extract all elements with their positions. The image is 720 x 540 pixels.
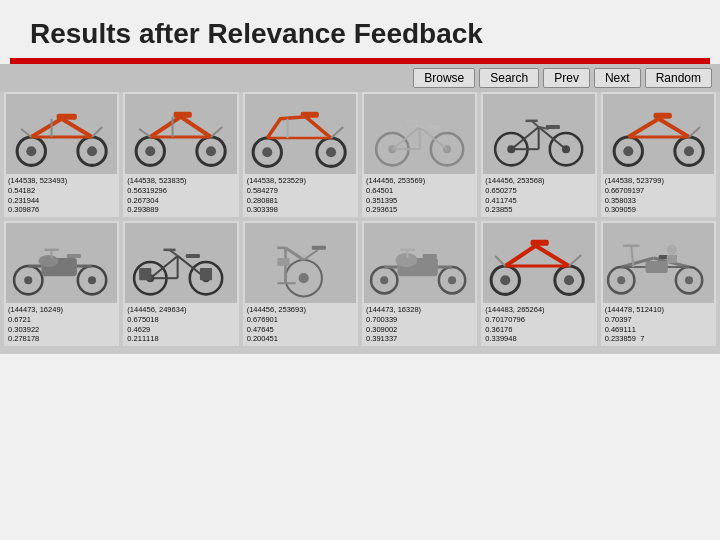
svg-rect-83	[200, 268, 212, 280]
result-info-2-5: (144483, 265264) 0.70170796 0.36176 0.33…	[483, 303, 594, 344]
search-button[interactable]: Search	[479, 68, 539, 88]
svg-point-56	[623, 146, 633, 156]
result-cell-2-4[interactable]: (144473, 16328) 0.700339 0.309002 0.3913…	[362, 221, 477, 346]
result-image-1-6	[603, 94, 714, 174]
svg-rect-28	[300, 112, 318, 118]
result-image-1-4	[364, 94, 475, 174]
result-info-2-1: (144473, 16249) 0.6721 0.303922 0.278178	[6, 303, 117, 344]
svg-line-5	[62, 119, 92, 137]
next-button[interactable]: Next	[594, 68, 641, 88]
result-info-1-5: (144456, 253568) 0.650275 0.411745 0.238…	[483, 174, 594, 215]
result-info-2-4: (144473, 16328) 0.700339 0.309002 0.3913…	[364, 303, 475, 344]
result-image-2-4	[364, 223, 475, 303]
svg-point-99	[448, 276, 456, 284]
title-area: Results after Relevance Feedback	[0, 0, 720, 58]
svg-point-24	[262, 147, 272, 157]
result-cell-2-5[interactable]: (144483, 265264) 0.70170796 0.36176 0.33…	[481, 221, 596, 346]
svg-point-110	[564, 275, 574, 285]
result-cell-1-6[interactable]: (144538, 523799) 0.66709197 0.358033 0.3…	[601, 92, 716, 217]
result-cell-2-6[interactable]: (144478, 512410) 0.70397 0.469111 0.2338…	[601, 221, 716, 346]
svg-point-13	[146, 146, 156, 156]
svg-point-98	[380, 276, 388, 284]
svg-line-62	[689, 127, 700, 137]
result-info-1-3: (144538, 523529) 0.584279 0.280881 0.303…	[245, 174, 356, 215]
svg-rect-129	[666, 255, 676, 263]
result-info-2-6: (144478, 512410) 0.70397 0.469111 0.2338…	[603, 303, 714, 344]
result-cell-2-2[interactable]: (144456, 249634) 0.675018 0.4629 0.21111…	[123, 221, 238, 346]
svg-rect-82	[139, 268, 151, 280]
svg-line-29	[331, 127, 343, 138]
result-cell-1-1[interactable]: (144538, 523493) 0.54182 0.231944 0.3098…	[4, 92, 119, 217]
svg-rect-124	[645, 261, 667, 273]
svg-rect-93	[277, 258, 289, 266]
result-image-2-1	[6, 223, 117, 303]
svg-line-59	[658, 119, 688, 137]
svg-line-116	[495, 256, 505, 266]
result-image-1-5	[483, 94, 594, 174]
svg-line-94	[303, 250, 317, 260]
result-cell-1-5[interactable]: (144456, 253568) 0.650275 0.411745 0.238…	[481, 92, 596, 217]
svg-point-119	[617, 276, 625, 284]
svg-point-88	[298, 273, 308, 283]
svg-rect-73	[67, 254, 81, 258]
svg-line-4	[31, 119, 61, 137]
svg-line-58	[628, 119, 658, 137]
random-button[interactable]: Random	[645, 68, 712, 88]
svg-point-2	[26, 146, 36, 156]
svg-rect-114	[531, 240, 549, 246]
result-image-2-2	[125, 223, 236, 303]
svg-line-10	[92, 127, 102, 137]
result-cell-2-1[interactable]: (144473, 16249) 0.6721 0.303922 0.278178	[4, 221, 119, 346]
svg-point-66	[88, 276, 96, 284]
svg-rect-41	[427, 125, 441, 129]
result-info-1-4: (144456, 253569) 0.64501 0.351395 0.2936…	[364, 174, 475, 215]
svg-rect-8	[57, 114, 77, 120]
svg-line-34	[392, 127, 419, 149]
svg-point-57	[684, 146, 694, 156]
svg-line-35	[420, 127, 447, 149]
svg-line-47	[539, 127, 566, 149]
svg-line-112	[536, 246, 569, 266]
result-image-2-5	[483, 223, 594, 303]
result-info-1-6: (144538, 523799) 0.66709197 0.358033 0.3…	[603, 174, 714, 215]
grid-row-1: (144538, 523493) 0.54182 0.231944 0.3098…	[4, 92, 716, 217]
svg-point-128	[666, 245, 676, 255]
result-image-1-1	[6, 94, 117, 174]
result-info-2-3: (144456, 253693) 0.676901 0.47645 0.2004…	[245, 303, 356, 344]
svg-line-16	[181, 117, 211, 137]
result-info-1-1: (144538, 523493) 0.54182 0.231944 0.3098…	[6, 174, 117, 215]
result-info-1-2: (144538, 523835) 0.56319296 0.267304 0.2…	[125, 174, 236, 215]
svg-point-3	[87, 146, 97, 156]
browse-button[interactable]: Browse	[413, 68, 475, 88]
result-image-1-2	[125, 94, 236, 174]
prev-button[interactable]: Prev	[543, 68, 590, 88]
svg-rect-95	[311, 246, 325, 250]
svg-line-15	[151, 117, 181, 137]
result-cell-2-3[interactable]: (144456, 253693) 0.676901 0.47645 0.2004…	[243, 221, 358, 346]
grid-row-2: (144473, 16249) 0.6721 0.303922 0.278178	[4, 221, 716, 346]
svg-point-65	[24, 276, 32, 284]
svg-rect-53	[546, 125, 560, 129]
page-number: 7	[640, 334, 644, 343]
svg-point-120	[685, 276, 693, 284]
results-grid: (144538, 523493) 0.54182 0.231944 0.3098…	[0, 92, 720, 354]
page-title: Results after Relevance Feedback	[30, 18, 690, 50]
result-info-2-2: (144456, 249634) 0.675018 0.4629 0.21111…	[125, 303, 236, 344]
svg-rect-106	[423, 254, 437, 258]
svg-rect-61	[653, 113, 671, 119]
svg-rect-86	[186, 254, 200, 258]
result-cell-1-3[interactable]: (144538, 523529) 0.584279 0.280881 0.303…	[243, 92, 358, 217]
svg-line-46	[512, 127, 539, 149]
result-image-1-3	[245, 94, 356, 174]
svg-point-14	[206, 146, 216, 156]
svg-rect-19	[174, 112, 192, 118]
svg-line-78	[151, 256, 178, 278]
svg-point-25	[326, 147, 336, 157]
svg-line-111	[506, 246, 536, 266]
svg-line-20	[139, 129, 150, 137]
result-cell-1-4[interactable]: (144456, 253569) 0.64501 0.351395 0.2936…	[362, 92, 477, 217]
svg-point-109	[501, 275, 511, 285]
result-image-2-6	[603, 223, 714, 303]
svg-line-21	[211, 127, 222, 137]
result-cell-1-2[interactable]: (144538, 523835) 0.56319296 0.267304 0.2…	[123, 92, 238, 217]
